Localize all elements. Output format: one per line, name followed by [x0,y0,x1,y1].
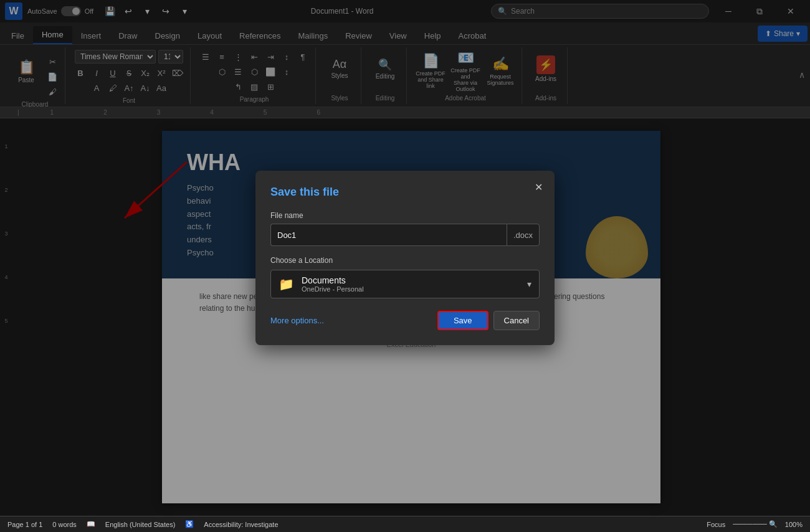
dialog-close-button[interactable]: ✕ [530,178,547,196]
save-dialog: ✕ Save this file File name .docx Choose … [255,171,555,345]
accessibility-status: Accessibility: Investigate [204,521,278,528]
status-bar: Page 1 of 1 0 words 📖 English (United St… [0,516,810,532]
status-right: Focus ─────── 🔍 100% [707,520,803,528]
chevron-down-icon: ▾ [527,279,531,289]
file-name-label: File name [270,211,540,220]
zoom-controls: ─────── 🔍 [733,520,778,528]
cancel-button[interactable]: Cancel [493,311,540,330]
location-dropdown[interactable]: 📁 Documents OneDrive - Personal ▾ [270,270,540,298]
language: English (United States) [105,521,176,528]
choose-location-label: Choose a Location [270,256,540,265]
file-name-row: .docx [270,224,540,246]
focus-mode-button[interactable]: Focus [707,521,725,528]
modal-overlay: ✕ Save this file File name .docx Choose … [0,0,810,516]
location-sub: OneDrive - Personal [302,285,364,293]
accessibility-icon: ♿ [185,520,194,528]
file-extension: .docx [507,224,540,246]
folder-icon: 📁 [279,277,294,292]
book-icon: 📖 [87,520,95,528]
dialog-footer: More options... Save Cancel [270,311,540,330]
zoom-level: 100% [785,521,803,528]
page-info: Page 1 of 1 [7,521,42,528]
dialog-buttons: Save Cancel [437,311,540,330]
save-button[interactable]: Save [437,311,488,330]
location-left: 📁 Documents OneDrive - Personal [279,275,364,293]
dialog-title: Save this file [270,186,540,199]
word-count: 0 words [52,521,77,528]
file-name-input[interactable] [270,224,507,246]
more-options-link[interactable]: More options... [270,316,324,325]
location-name: Documents [302,275,364,285]
